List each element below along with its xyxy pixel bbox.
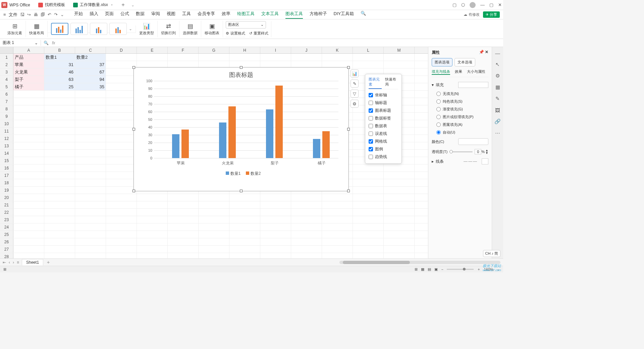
radio[interactable] (436, 130, 441, 135)
window-restore-icon[interactable]: ▢ (452, 2, 457, 7)
cell[interactable] (13, 98, 44, 105)
cell[interactable] (106, 157, 137, 164)
link-tool-icon[interactable]: 🔗 (494, 118, 501, 125)
cell[interactable] (44, 187, 75, 194)
checkbox[interactable] (369, 124, 373, 128)
sheet-nav-prev[interactable]: ‹ (9, 260, 10, 265)
cell[interactable] (137, 209, 168, 216)
cell[interactable] (75, 223, 106, 231)
cell[interactable] (75, 128, 106, 135)
cell[interactable] (384, 238, 415, 245)
cell[interactable]: 产品 (13, 54, 44, 61)
cell[interactable] (137, 246, 168, 253)
row-header[interactable]: 6 (0, 91, 13, 98)
chart-preset-2[interactable] (70, 23, 88, 35)
row-header[interactable]: 18 (0, 179, 13, 186)
cell[interactable] (13, 120, 44, 127)
cell[interactable] (353, 172, 384, 179)
cell[interactable] (384, 187, 415, 194)
cell[interactable] (322, 238, 353, 245)
pin-icon[interactable]: 📌 (479, 50, 484, 54)
cell[interactable] (291, 209, 322, 216)
collapse-strip-icon[interactable]: — (494, 50, 501, 56)
cell[interactable] (137, 253, 168, 258)
menu-tab[interactable]: 审阅 (151, 11, 160, 19)
cell[interactable]: 63 (44, 76, 75, 83)
row-header[interactable]: 5 (0, 83, 13, 90)
modify-indicator[interactable]: ☁ 有修改 (464, 12, 480, 17)
cell[interactable] (106, 209, 137, 216)
cell[interactable] (13, 135, 44, 142)
fx-icon[interactable]: fx (52, 41, 55, 45)
cell[interactable] (353, 216, 384, 223)
cell[interactable] (75, 142, 106, 149)
cell[interactable] (322, 201, 353, 208)
ribbon-switch-rc[interactable]: ⇄ 切换行列 (158, 21, 179, 37)
row-header[interactable]: 12 (0, 135, 13, 142)
cell[interactable] (291, 54, 322, 61)
cell[interactable] (168, 238, 199, 245)
fill-option[interactable]: 无填充(N) (432, 90, 488, 98)
cell[interactable]: 37 (75, 61, 106, 68)
cell[interactable] (260, 216, 291, 223)
cell[interactable] (260, 231, 291, 238)
tab-menu-icon[interactable]: ⌄ (131, 3, 135, 7)
cell[interactable] (229, 194, 260, 201)
cell[interactable] (199, 238, 229, 245)
cell[interactable] (75, 135, 106, 142)
cell[interactable] (322, 231, 353, 238)
chart-element-option[interactable]: 趋势线 (369, 153, 398, 161)
cell[interactable] (229, 209, 260, 216)
tab-add-button[interactable]: ＋ (117, 1, 129, 8)
row-header[interactable]: 24 (0, 223, 13, 231)
horizontal-scrollbar[interactable] (339, 261, 500, 264)
cell[interactable] (353, 246, 384, 253)
cell[interactable] (168, 54, 199, 61)
cell[interactable] (13, 187, 44, 194)
ribbon-set-format[interactable]: ⚙ 设置格式 (226, 30, 245, 37)
chart-style-button[interactable]: ✎ (351, 80, 359, 88)
cell[interactable] (44, 231, 75, 238)
menu-tab[interactable]: 数据 (136, 11, 145, 19)
cell[interactable] (353, 61, 384, 68)
row-header[interactable]: 16 (0, 164, 13, 171)
fill-swatch[interactable] (458, 82, 488, 88)
cell[interactable] (106, 76, 137, 83)
menu-tool-tab[interactable]: 方格榨子 (310, 11, 327, 19)
chart-element-option[interactable]: 数据表 (369, 122, 398, 130)
cell[interactable] (75, 164, 106, 171)
popup-tab-elements[interactable]: 图表元素 (369, 77, 382, 89)
col-header[interactable]: J (291, 47, 322, 53)
cell[interactable] (199, 54, 229, 61)
cell[interactable] (384, 231, 415, 238)
chart-bar[interactable] (313, 139, 320, 158)
view-icon[interactable]: ▤ (428, 267, 431, 271)
cell[interactable] (106, 98, 137, 105)
row-header[interactable]: 4 (0, 76, 13, 83)
cell[interactable] (322, 246, 353, 253)
opacity-slider[interactable] (449, 151, 473, 152)
cell[interactable] (168, 216, 199, 223)
settings-tool-icon[interactable]: ⚙ (494, 72, 501, 79)
save-icon[interactable]: 🖫 (20, 12, 24, 17)
cell[interactable] (353, 253, 384, 258)
cell[interactable] (13, 164, 44, 171)
chart-preset-4[interactable] (109, 23, 127, 35)
row-header[interactable]: 23 (0, 216, 13, 223)
cell[interactable] (322, 216, 353, 223)
cell[interactable] (291, 194, 322, 201)
cell[interactable] (75, 231, 106, 238)
radio[interactable] (436, 122, 441, 127)
cell[interactable] (106, 231, 137, 238)
cell[interactable] (106, 113, 137, 120)
cell[interactable]: 94 (75, 76, 106, 83)
zoom-slider[interactable] (447, 269, 474, 270)
cell[interactable] (13, 172, 44, 179)
cell[interactable] (44, 179, 75, 186)
sheet-tab[interactable]: Sheet1 (22, 259, 43, 265)
cell[interactable] (291, 216, 322, 223)
cell[interactable] (44, 150, 75, 157)
cell[interactable] (168, 223, 199, 231)
row-header[interactable]: 1 (0, 54, 13, 61)
print-icon[interactable]: 🖶 (34, 12, 38, 17)
